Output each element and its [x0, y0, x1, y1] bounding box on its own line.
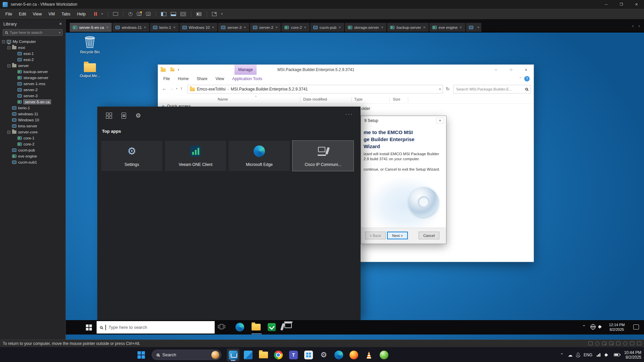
explorer-minimize-button[interactable]: ─	[488, 65, 503, 75]
taskbar-app-file-explorer[interactable]	[257, 349, 270, 361]
library-item-server-5-en-ca[interactable]: server-5-en ca	[0, 99, 65, 105]
tab-close-icon[interactable]: ✕	[212, 26, 214, 29]
library-item-core-1[interactable]: core-1	[0, 135, 65, 141]
menu-file[interactable]: File	[2, 10, 15, 18]
collapse-icon[interactable]: -	[7, 131, 10, 134]
column-size[interactable]: Size	[393, 97, 400, 101]
library-close-icon[interactable]: ✕	[59, 22, 62, 26]
settings-filter-icon[interactable]: ⚙	[136, 113, 141, 119]
ribbon-tab-share[interactable]: Share	[193, 76, 211, 81]
guest-search-input[interactable]	[109, 325, 212, 330]
collapse-icon[interactable]: -	[7, 64, 10, 67]
ribbon-tab-application-tools[interactable]: Application Tools	[228, 76, 266, 81]
taskbar-app-teams[interactable]: T	[287, 349, 300, 361]
column-type[interactable]: Type	[354, 97, 363, 101]
tab-close-icon[interactable]: ✕	[106, 26, 109, 29]
tab-storage-server[interactable]: storage-server✕	[345, 23, 387, 32]
more-options-icon[interactable]: ···	[345, 111, 353, 117]
tabs-scroll-right-icon[interactable]: ›	[638, 23, 640, 28]
fullscreen-icon[interactable]	[212, 12, 217, 16]
ribbon-tab-view[interactable]: View	[211, 76, 228, 81]
library-item-windows-10[interactable]: Windows 10	[0, 117, 65, 123]
explorer-search-field[interactable]	[453, 85, 531, 94]
library-item-eve-engine[interactable]: eve engine	[0, 153, 65, 159]
volume-icon[interactable]	[605, 353, 609, 357]
tab-c[interactable]: c✕	[466, 23, 481, 32]
library-search-input[interactable]	[10, 31, 57, 35]
collapse-icon[interactable]: -	[7, 46, 10, 49]
library-item-kms-server[interactable]: kms-server	[0, 123, 65, 129]
show-thumbnail-bar-icon[interactable]	[171, 12, 176, 16]
tab-close-icon[interactable]: ✕	[275, 26, 278, 29]
taskbar-app-vscode[interactable]	[242, 349, 255, 361]
library-item-cucm-pub[interactable]: cucm-pub	[0, 147, 65, 153]
taskbar-app-green-circle-app[interactable]	[378, 349, 390, 361]
tab-backup-server[interactable]: backup-server✕	[387, 23, 428, 32]
library-item-core-2[interactable]: core-2	[0, 141, 65, 147]
apps-filter-icon[interactable]	[106, 113, 112, 119]
library-item-storage-server[interactable]: storage-server	[0, 75, 65, 81]
manage-snapshots-icon[interactable]	[146, 12, 151, 16]
taskbar-app-firefox[interactable]	[347, 349, 360, 361]
printer-icon[interactable]	[630, 342, 634, 345]
top-app-tile-cisco-ip-communi[interactable]: Cisco IP Communi...	[292, 141, 354, 171]
top-app-tile-microsoft-edge[interactable]: Microsoft Edge	[229, 141, 290, 171]
vm-console[interactable]: Recycle Bin Output.Me... ▾ Manage MSI.Pa…	[66, 32, 644, 340]
library-item-backup-server[interactable]: backup-server	[0, 69, 65, 75]
desktop-icon-recycle-bin[interactable]: Recycle Bin	[78, 35, 102, 54]
up-icon[interactable]: ↑	[180, 86, 182, 91]
qat-dropdown-icon[interactable]: ▾	[178, 68, 179, 71]
ctrl-alt-del-icon[interactable]	[113, 12, 118, 16]
tab-close-icon[interactable]: ✕	[460, 26, 462, 29]
network-adapter-2-icon[interactable]	[609, 342, 613, 345]
taskbar-app-chrome[interactable]	[272, 349, 285, 361]
tab-close-icon[interactable]: ✕	[338, 26, 341, 29]
hard-disk-icon[interactable]	[588, 342, 593, 345]
power-suspend-icon[interactable]	[94, 12, 97, 16]
tray-show-hidden-icon[interactable]: ⌃	[560, 353, 564, 357]
documents-filter-icon[interactable]	[121, 113, 126, 119]
tab-close-icon[interactable]: ✕	[173, 26, 176, 29]
library-item-esxi[interactable]: -esxi	[0, 45, 65, 51]
search-highlight-icon[interactable]	[211, 351, 219, 359]
forward-icon[interactable]: →	[169, 86, 174, 91]
revert-snapshot-icon[interactable]	[137, 12, 142, 16]
address-field[interactable]: Emco-exeToMsi › MSI.Package.Builder.Ente…	[187, 85, 443, 94]
cd-dvd-icon[interactable]	[595, 342, 599, 346]
microphone-icon[interactable]	[577, 353, 579, 356]
library-search[interactable]: ▾	[3, 29, 63, 36]
tab-close-icon[interactable]: ✕	[244, 26, 246, 29]
ribbon-collapse-icon[interactable]: ⌃	[519, 77, 522, 80]
library-item-windows-11[interactable]: windows-11	[0, 111, 65, 117]
address-dropdown-icon[interactable]: ▾	[439, 87, 441, 91]
action-center-icon[interactable]	[633, 324, 639, 329]
menu-vm[interactable]: VM	[45, 10, 58, 18]
quick-access-toolbar-icon[interactable]	[170, 68, 174, 71]
manage-contextual-tab[interactable]: Manage	[234, 65, 257, 75]
explorer-search-input[interactable]	[456, 87, 523, 91]
network-icon[interactable]	[597, 353, 600, 357]
battery-icon[interactable]	[614, 353, 620, 356]
tab-close-icon[interactable]: ✕	[144, 26, 147, 29]
next-button[interactable]: Next >	[387, 232, 408, 239]
tray-show-hidden-icon[interactable]: ⌃	[582, 324, 586, 329]
host-clock[interactable]: 10:44 PM 8/2/2025	[624, 350, 641, 360]
window-close-button[interactable]: ✕	[629, 0, 644, 9]
guest-search-box[interactable]	[97, 321, 215, 334]
network-adapter-icon[interactable]	[602, 342, 606, 345]
task-view-icon[interactable]	[218, 324, 225, 329]
library-item-server-core[interactable]: -server-core	[0, 129, 65, 135]
cancel-button[interactable]: Cancel	[419, 232, 439, 239]
top-app-tile-settings[interactable]: ⚙Settings	[101, 141, 162, 171]
recent-locations-icon[interactable]: ▾	[176, 87, 177, 90]
tab-windows-10[interactable]: Windows 10✕	[179, 23, 217, 32]
network-icon[interactable]	[590, 324, 596, 329]
volume-icon[interactable]	[598, 325, 603, 329]
sound-device-icon[interactable]	[623, 342, 627, 346]
library-item-server-1-rms[interactable]: server-1-rms	[0, 81, 65, 87]
ribbon-tab-file[interactable]: File	[159, 76, 174, 81]
taskbar-app-microsoft-store[interactable]	[302, 349, 315, 361]
tab-eve-engine[interactable]: eve engine✕	[429, 23, 465, 32]
taskbar-app-vlc[interactable]	[363, 349, 375, 361]
breadcrumb-root[interactable]: Emco-exeToMsi	[197, 87, 225, 92]
